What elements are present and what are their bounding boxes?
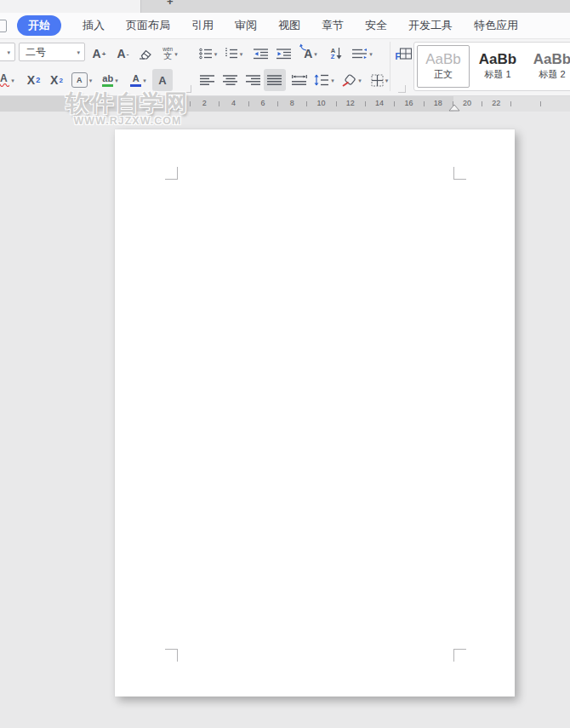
chevron-down-icon: ▾	[115, 77, 118, 83]
tab-insert[interactable]: 插入	[83, 18, 105, 33]
increase-font-size-button[interactable]: A+	[88, 43, 111, 65]
align-right-icon	[246, 75, 261, 86]
margin-crop-mark-top-right	[453, 167, 466, 180]
chevron-down-icon: ▾	[11, 77, 14, 83]
style-preview: AaBb	[425, 52, 461, 68]
paragraph-layout-button[interactable]: ▾	[349, 43, 376, 65]
chevron-down-icon: ▾	[77, 49, 80, 55]
document-page[interactable]	[115, 129, 515, 696]
outdent-icon	[254, 49, 269, 60]
decrease-font-size-button[interactable]: A-	[111, 43, 134, 65]
increase-indent-button[interactable]	[273, 43, 294, 65]
pinyin-icon: wén 文	[162, 47, 173, 61]
font-color-icon: A	[130, 74, 141, 87]
character-border-button[interactable]: A ▾	[69, 69, 94, 91]
chevron-down-icon: ▾	[240, 51, 243, 57]
style-preview: AaBb	[533, 52, 570, 68]
style-preview: AaBb	[479, 52, 516, 68]
text-tool-grid-button[interactable]: F	[395, 43, 413, 65]
line-spacing-button[interactable]: ▾	[311, 69, 337, 91]
chevron-down-icon: ▾	[331, 77, 334, 83]
align-left-button[interactable]	[197, 69, 218, 91]
ribbon-toolbar: ▾ 二号 ▾ A+ A- wén 文	[0, 39, 570, 96]
style-item-heading1[interactable]: AaBb 标题 1	[471, 45, 524, 88]
bullet-list-button[interactable]: ▾	[197, 43, 219, 65]
chevron-down-icon: ▾	[314, 51, 317, 57]
align-right-button[interactable]	[242, 69, 264, 91]
numbered-list-button[interactable]: ▾	[222, 43, 245, 65]
document-tab[interactable]	[0, 0, 141, 13]
borders-grid-icon	[371, 74, 384, 87]
style-label: 正文	[434, 68, 453, 81]
align-center-button[interactable]	[219, 69, 241, 91]
text-direction-icon: A	[304, 46, 312, 61]
font-size-combobox[interactable]: 二号 ▾	[19, 43, 85, 61]
eraser-icon	[138, 48, 152, 60]
wavy-underline-icon: A	[0, 73, 9, 87]
tab-developer-tools[interactable]: 开发工具	[408, 18, 453, 33]
sort-az-icon: A Z	[331, 48, 335, 60]
left-indent-marker[interactable]	[170, 96, 182, 111]
chevron-down-icon: ▾	[385, 77, 389, 83]
subscript-button[interactable]: X2	[46, 69, 67, 91]
document-tab-strip: +	[0, 0, 570, 13]
new-tab-button[interactable]: +	[167, 0, 174, 8]
distribute-icon	[292, 75, 307, 86]
text-direction-button[interactable]: A ▾	[298, 43, 323, 65]
margin-crop-mark-bottom-right	[453, 649, 466, 662]
right-indent-marker[interactable]	[448, 104, 460, 112]
chevron-down-icon: ▾	[143, 77, 146, 83]
tab-view[interactable]: 视图	[278, 18, 300, 33]
tab-home[interactable]: 开始	[17, 15, 61, 36]
line-spacing-icon	[314, 74, 329, 86]
wps-writer-window: + 开始 插入 页面布局 引用 审阅 视图 章节 安全 开发工具 特色应用 ▾ …	[0, 0, 570, 728]
chevron-down-icon: ▾	[369, 51, 373, 57]
clear-format-button[interactable]	[134, 43, 156, 65]
decrease-indent-button[interactable]	[250, 43, 271, 65]
highlight-color-button[interactable]: ab ▾	[97, 69, 123, 91]
justify-button[interactable]	[264, 69, 286, 91]
document-canvas	[0, 112, 570, 728]
pinyin-guide-button[interactable]: wén 文 ▾	[157, 43, 183, 65]
paragraph-layout-icon	[352, 49, 368, 60]
tab-security[interactable]: 安全	[365, 18, 387, 33]
tab-special-features[interactable]: 特色应用	[474, 18, 518, 33]
chevron-down-icon: ▾	[214, 51, 218, 57]
character-shading-button[interactable]: A	[152, 69, 173, 91]
numbered-list-icon	[225, 48, 238, 60]
styles-gallery: AaBb 正文 AaBb 标题 1 AaBb 标题 2	[413, 42, 570, 91]
highlight-icon: ab	[102, 74, 113, 87]
align-left-icon	[200, 75, 215, 86]
paint-bucket-icon	[341, 74, 356, 87]
distribute-button[interactable]	[288, 69, 311, 91]
sort-button[interactable]: A Z	[326, 43, 347, 65]
bullet-list-icon	[199, 48, 213, 60]
justify-icon	[267, 75, 282, 86]
group-corner-mark	[398, 85, 406, 93]
ribbon-tab-bar: 开始 插入 页面布局 引用 审阅 视图 章节 安全 开发工具 特色应用	[0, 13, 570, 39]
toolbar-group-separator	[390, 42, 390, 91]
style-label: 标题 1	[484, 68, 510, 81]
style-item-body[interactable]: AaBb 正文	[417, 45, 470, 88]
chevron-down-icon: ▾	[89, 77, 93, 83]
spelling-underline-button[interactable]: A ▾	[0, 69, 19, 91]
character-border-icon: A	[71, 72, 88, 88]
superscript-button[interactable]: X2	[23, 69, 44, 91]
table-grid-f-icon: F	[397, 48, 412, 60]
tab-section[interactable]: 章节	[322, 18, 344, 33]
align-center-icon	[223, 75, 238, 86]
tab-review[interactable]: 审阅	[235, 18, 257, 33]
chevron-down-icon: ▾	[7, 49, 10, 55]
tab-page-layout[interactable]: 页面布局	[126, 18, 170, 33]
font-name-combobox[interactable]: ▾	[0, 43, 15, 61]
font-size-value: 二号	[26, 45, 46, 60]
tab-references[interactable]: 引用	[191, 18, 214, 33]
sort-arrow	[336, 48, 342, 60]
indent-icon	[276, 49, 292, 60]
shading-button[interactable]: ▾	[339, 69, 364, 91]
style-label: 标题 2	[539, 68, 565, 81]
font-color-button[interactable]: A ▾	[125, 69, 151, 91]
chevron-down-icon: ▾	[358, 77, 362, 83]
style-item-heading2[interactable]: AaBb 标题 2	[526, 45, 570, 88]
margin-crop-mark-top-left	[165, 167, 178, 180]
